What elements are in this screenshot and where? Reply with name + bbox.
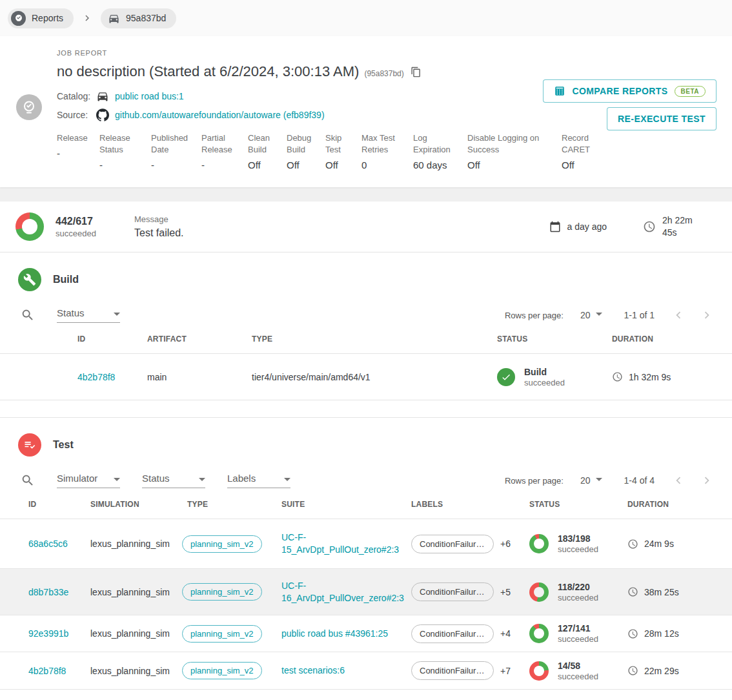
test-next-page-button[interactable]: [697, 471, 717, 490]
test-id-link[interactable]: d8b7b33e: [28, 587, 68, 597]
build-status-sub: succeeded: [524, 378, 565, 387]
type-chip[interactable]: planning_sim_v2: [182, 535, 262, 553]
table-row[interactable]: 92e3991b lexus_planning_sim planning_sim…: [0, 615, 732, 652]
table-row[interactable]: d8b7b33e lexus_planning_sim planning_sim…: [0, 569, 732, 615]
message-label: Message: [134, 214, 183, 224]
build-status-title: Build: [524, 367, 565, 377]
column-header-status: STATUS: [529, 500, 627, 509]
report-date: a day ago: [567, 221, 607, 232]
field-label: Release: [57, 132, 89, 144]
test-duration: 24m 9s: [644, 539, 674, 549]
rows-per-page-label: Rows per page:: [505, 476, 564, 486]
chevron-down-icon: [114, 478, 120, 481]
test-count: 14/58: [558, 661, 598, 671]
test-rows-per-page-select[interactable]: 20: [580, 475, 602, 486]
test-section-icon: [18, 433, 41, 457]
table-row[interactable]: 4b2b78f8 main tier4/universe/main/amd64/…: [0, 354, 732, 400]
summary-count: 442/617: [56, 216, 125, 227]
field-label: Log Expiration: [413, 132, 457, 156]
car-icon: [108, 12, 120, 25]
label-chip[interactable]: ConditionFailure:Co…: [411, 624, 494, 643]
type-chip[interactable]: planning_sim_v2: [182, 662, 262, 679]
build-status-filter[interactable]: Status: [57, 307, 120, 323]
search-icon: [21, 473, 35, 488]
column-header-duration: DURATION: [612, 335, 717, 344]
catalog-link[interactable]: public road bus:1: [115, 91, 184, 101]
beta-badge: BETA: [675, 86, 706, 97]
test-labels-filter[interactable]: Labels: [227, 473, 290, 488]
field-value: Off: [248, 160, 276, 170]
type-chip[interactable]: planning_sim_v2: [182, 625, 262, 643]
re-execute-test-button[interactable]: RE-EXECUTE TEST: [607, 107, 717, 130]
suite-link[interactable]: UC-F-15_ArvDpt_PullOut_zero#2:3: [281, 531, 404, 556]
field-value: 0: [361, 160, 403, 170]
field-value: -: [57, 148, 89, 159]
build-id-link[interactable]: 4b2b78f8: [77, 372, 115, 382]
copy-icon[interactable]: [411, 67, 422, 77]
build-prev-page-button[interactable]: [669, 305, 688, 325]
calendar-icon: [549, 221, 561, 232]
suite-link[interactable]: public road bus #43961:25: [281, 628, 388, 640]
compare-reports-label: COMPARE REPORTS: [572, 86, 667, 96]
field-label: Debug Build: [287, 132, 315, 156]
label-chip[interactable]: ConditionFailure:Si…: [411, 535, 494, 553]
field-label: Record CARET: [562, 132, 598, 156]
compare-reports-button[interactable]: COMPARE REPORTS BETA: [543, 79, 717, 103]
field-value: 60 days: [413, 160, 457, 170]
field-value: -: [151, 160, 191, 170]
build-page-range: 1-1 of 1: [624, 310, 655, 320]
rows-per-page-value: 20: [580, 310, 591, 320]
build-next-page-button[interactable]: [697, 305, 717, 325]
label-chip[interactable]: ConditionFailure:Ac…: [411, 661, 494, 680]
car-icon: [96, 90, 109, 103]
test-status-donut-chart: [529, 661, 549, 681]
test-simulator-filter[interactable]: Simulator: [57, 473, 120, 488]
test-count: 183/198: [558, 533, 598, 544]
job-id: (95a837bd): [364, 69, 403, 78]
report-duration: 2h 22m 45s: [662, 214, 702, 239]
test-id-link[interactable]: 4b2b78f8: [28, 666, 66, 676]
field-label: Partial Release: [201, 132, 238, 156]
chevron-down-icon: [284, 478, 290, 481]
column-header-artifact: ARTIFACT: [147, 335, 252, 344]
clock-icon: [627, 665, 638, 676]
test-id-link[interactable]: 68a6c5c6: [28, 539, 68, 549]
label-more-count: +7: [500, 666, 511, 676]
test-count-label: succeeded: [558, 634, 598, 644]
test-duration: 22m 29s: [644, 666, 679, 676]
check-circle-icon: [497, 368, 515, 386]
build-rows-per-page-select[interactable]: 20: [580, 310, 602, 320]
field-value: Off: [287, 160, 315, 170]
breadcrumb-report-id[interactable]: 95a837bd: [101, 8, 176, 28]
breadcrumb-reports[interactable]: Reports: [8, 8, 74, 28]
column-header-type: TYPE: [182, 500, 281, 509]
test-page-range: 1-4 of 4: [624, 475, 655, 486]
clock-icon: [643, 220, 656, 233]
table-row[interactable]: 4b2b78f8 lexus_planning_sim planning_sim…: [0, 652, 732, 689]
suite-link[interactable]: test scenarios:6: [281, 664, 345, 677]
table-row[interactable]: 68a6c5c6 lexus_planning_sim planning_sim…: [0, 519, 732, 568]
test-id-link[interactable]: 92e3991b: [28, 628, 68, 639]
type-chip[interactable]: planning_sim_v2: [182, 583, 262, 601]
field-label: Max Test Retries: [361, 132, 403, 156]
field-label: Published Date: [151, 132, 191, 156]
suite-link[interactable]: UC-F-16_ArvDpt_PullOver_zero#2:3: [281, 580, 404, 604]
job-report-avatar-icon: [16, 94, 42, 120]
field-value: -: [99, 160, 141, 170]
chevron-right-icon: [76, 12, 98, 24]
test-simulation: lexus_planning_sim: [90, 587, 182, 597]
catalog-label: Catalog:: [57, 91, 90, 101]
summary-donut-chart: [15, 212, 44, 241]
clock-icon: [627, 586, 638, 597]
test-prev-page-button[interactable]: [669, 471, 688, 490]
field-value: Off: [325, 160, 351, 170]
column-header-labels: LABELS: [411, 500, 529, 509]
test-count-label: succeeded: [558, 672, 598, 681]
field-label: Clean Build: [248, 132, 276, 156]
label-chip[interactable]: ConditionFailure:Co…: [411, 582, 494, 601]
column-header-status: STATUS: [497, 335, 612, 344]
source-link[interactable]: github.com/autowarefoundation/autoware (…: [115, 110, 325, 120]
test-status-filter[interactable]: Status: [142, 473, 205, 488]
summary-row: 442/617 succeeded Message Test failed. a…: [0, 201, 732, 252]
rows-per-page-value: 20: [580, 475, 591, 486]
